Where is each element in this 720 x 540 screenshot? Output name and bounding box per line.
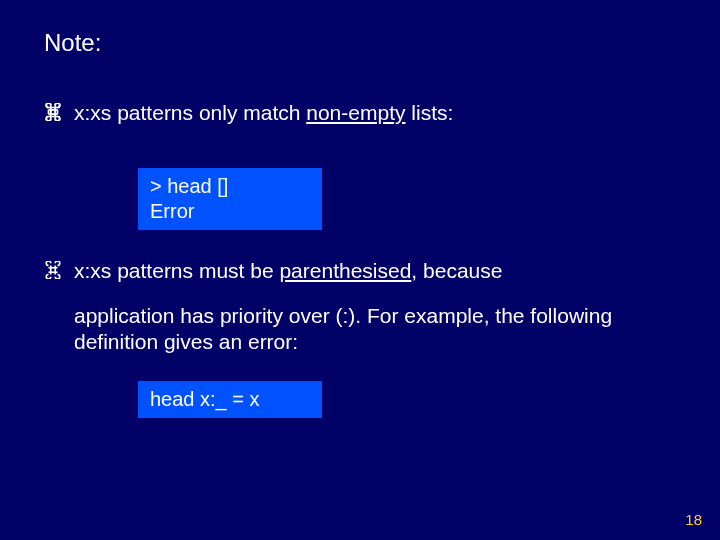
bullet-1-underlined: non-empty xyxy=(306,101,405,124)
note-heading: Note: xyxy=(44,28,676,58)
bullet-2-text: x:xs patterns must be parenthesised, bec… xyxy=(74,259,502,282)
bullet-2-pre: x:xs patterns must be xyxy=(74,259,279,282)
code-box-1: > head [] Error xyxy=(138,168,322,230)
bullet-item-2: x:xs patterns must be parenthesised, bec… xyxy=(44,258,676,284)
bullet-1-text: x:xs patterns only match non-empty lists… xyxy=(74,101,453,124)
command-icon xyxy=(44,261,62,279)
command-icon xyxy=(44,103,62,121)
code-1-line-1: > head [] xyxy=(150,174,310,199)
bullet-2-post: , because xyxy=(411,259,502,282)
bullet-item-1: x:xs patterns only match non-empty lists… xyxy=(44,100,676,126)
code-box-2: head x:_ = x xyxy=(138,381,322,418)
bullet-2-continuation: application has priority over (:). For e… xyxy=(44,303,676,356)
bullet-2-underlined: parenthesised xyxy=(279,259,411,282)
bullet-1-pre: x:xs patterns only match xyxy=(74,101,306,124)
page-number: 18 xyxy=(685,511,702,530)
slide: Note: x:xs patterns only match non-empty… xyxy=(0,0,720,540)
bullet-1-post: lists: xyxy=(405,101,453,124)
code-2-line-1: head x:_ = x xyxy=(150,387,310,412)
code-1-line-2: Error xyxy=(150,199,310,224)
